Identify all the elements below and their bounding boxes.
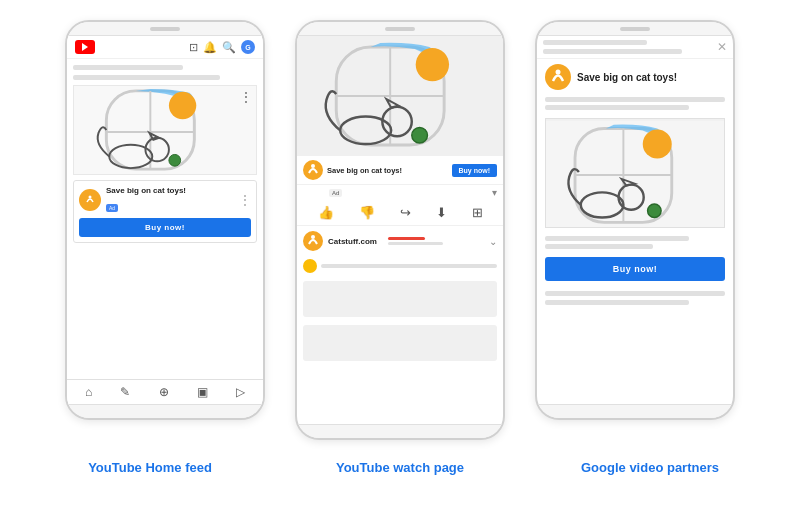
related-1 [303,281,497,317]
phones-container: ⊡ 🔔 🔍 G [65,20,735,440]
svg-point-1 [169,92,196,119]
phone-bottom-bar-2 [297,424,503,438]
svg-point-22 [311,235,315,239]
caption-1: YouTube Home feed [50,460,250,475]
svg-point-9 [89,195,92,198]
p2-ad-strip: Save big on cat toys! Buy now! [297,156,503,185]
share-icon[interactable]: ↪ [400,205,411,220]
text-line-1 [73,65,183,70]
ad-text-group-1: Save big on cat toys! Ad [106,186,234,214]
channel-lines [388,237,480,245]
caption-2: YouTube watch page [300,460,500,475]
p2-buy-now-button[interactable]: Buy now! [452,164,498,177]
more-icon-1[interactable]: ⋮ [240,90,252,104]
p3-lines [543,40,717,54]
sub-line-2 [388,242,443,245]
advertiser-icon-3 [545,64,571,90]
p1-bottom-nav: ⌂ ✎ ⊕ ▣ ▷ [67,379,263,404]
cast-icon[interactable]: ⊡ [189,41,198,54]
channel-name: Catstuff.com [328,237,377,246]
p1-header: ⊡ 🔔 🔍 G [67,36,263,59]
p3-extra-lines [537,232,733,251]
play-nav-icon[interactable]: ▷ [236,385,245,399]
text-line-2 [73,75,220,80]
p3-line-1 [543,40,647,45]
svg-point-18 [412,127,428,143]
comment-row [297,256,503,276]
dropdown-icon[interactable]: ▾ [492,187,497,198]
p3-content-1 [545,291,725,296]
comment-avatar [303,259,317,273]
p3-info-2 [545,105,689,110]
comment-input-line[interactable] [321,264,497,268]
p3-content [537,287,733,404]
phone-bottom-bar-3 [537,404,733,418]
related-2 [303,325,497,361]
add-nav-icon[interactable]: ⊕ [159,385,169,399]
p3-extra-2 [545,244,653,249]
expand-icon[interactable]: ⌄ [489,236,497,247]
more-icon-ad[interactable]: ⋮ [239,193,251,207]
phone-top-bar-1 [67,22,263,36]
p2-content [297,276,503,424]
phone-screen-1: ⊡ 🔔 🔍 G [67,36,263,404]
channel-icon [303,231,323,251]
p3-info-1 [545,97,725,102]
svg-point-12 [416,48,449,81]
svg-point-27 [643,130,672,159]
subscribe-line [388,237,425,240]
home-nav-icon[interactable]: ⌂ [85,385,92,399]
p2-ad-title: Save big on cat toys! [327,166,448,175]
phone-youtube-watch: Save big on cat toys! Buy now! Ad ▾ 👍 👎 … [295,20,505,440]
caption-3: Google video partners [550,460,750,475]
phone-top-bar-3 [537,22,733,36]
close-icon[interactable]: ✕ [717,40,727,54]
ad-title-1: Save big on cat toys! [106,186,234,196]
p2-ad-badge-row: Ad ▾ [297,185,503,200]
bell-icon[interactable]: 🔔 [203,41,217,54]
p3-ad-header-row: Save big on cat toys! [537,59,733,95]
captions-row: YouTube Home feed YouTube watch page Goo… [50,460,750,475]
ad-badge-1: Ad [106,204,118,212]
account-icon[interactable]: G [241,40,255,54]
more-action-icon[interactable]: ⊞ [472,205,483,220]
p1-icons: ⊡ 🔔 🔍 G [189,40,255,54]
search-icon[interactable]: 🔍 [222,41,236,54]
phone-speaker-1 [150,27,180,31]
phone-screen-3: ✕ Save big on cat toys! [537,36,733,404]
p2-actions: 👍 👎 ↪ ⬇ ⊞ [297,200,503,226]
download-icon[interactable]: ⬇ [436,205,447,220]
p2-video-area [297,36,503,156]
svg-point-23 [546,65,570,89]
svg-point-24 [556,70,561,75]
explore-nav-icon[interactable]: ✎ [120,385,130,399]
svg-point-7 [169,154,181,166]
like-icon[interactable]: 👍 [318,205,334,220]
library-nav-icon[interactable]: ▣ [197,385,208,399]
advertiser-icon-2 [303,160,323,180]
svg-point-33 [648,204,662,218]
p3-video-area [545,118,725,228]
advertiser-icon-1 [79,189,101,211]
buy-now-button-3[interactable]: Buy now! [545,257,725,281]
phone-speaker-2 [385,27,415,31]
p3-info-lines [537,95,733,114]
phone-top-bar-2 [297,22,503,36]
phone-screen-2: Save big on cat toys! Buy now! Ad ▾ 👍 👎 … [297,36,503,424]
p3-header: ✕ [537,36,733,59]
p2-ad-badge: Ad [329,189,342,197]
svg-point-20 [311,164,315,168]
ad-card-1: Save big on cat toys! Ad ⋮ Buy now! [73,180,257,243]
phone-google-partners: ✕ Save big on cat toys! [535,20,735,420]
p3-extra-1 [545,236,689,241]
p2-channel-row: Catstuff.com ⌄ [297,226,503,256]
p1-content: ⋮ Save big on cat toys! [67,59,263,379]
phone-youtube-home: ⊡ 🔔 🔍 G [65,20,265,420]
phone-speaker-3 [620,27,650,31]
cat-illustration-1: ⋮ [73,85,257,175]
buy-now-button-1[interactable]: Buy now! [79,218,251,237]
p3-line-2 [543,49,682,54]
p3-content-2 [545,300,689,305]
p3-ad-title: Save big on cat toys! [577,72,725,83]
dislike-icon[interactable]: 👎 [359,205,375,220]
